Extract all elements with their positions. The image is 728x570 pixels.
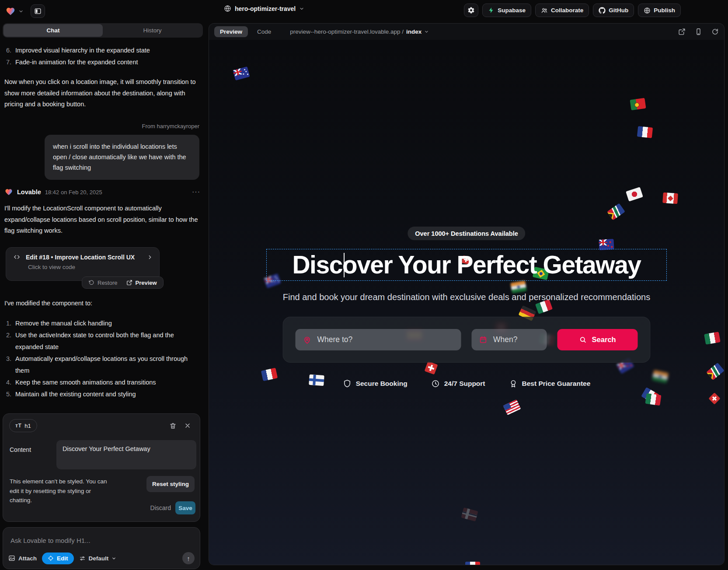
location-pin-icon	[303, 336, 312, 344]
sidebar-tabs: Chat History	[3, 23, 203, 38]
collaborate-button[interactable]: Collaborate	[535, 3, 589, 17]
more-options-icon[interactable]: ···	[192, 188, 200, 196]
typography-icon: тT	[15, 423, 21, 429]
discard-button[interactable]: Discard	[150, 504, 171, 511]
people-icon	[541, 7, 548, 14]
publish-globe-icon	[644, 7, 651, 14]
restore-preview-toolbar: Restore Preview	[82, 276, 164, 289]
assistant-list-top: 6.Improved visual hierarchy in the expan…	[4, 45, 202, 68]
feature-support: 24/7 Support	[431, 379, 485, 388]
award-icon	[509, 379, 518, 388]
refresh-button[interactable]	[711, 28, 719, 35]
open-in-new-tab-button[interactable]	[678, 28, 686, 35]
model-default-button[interactable]: Default	[79, 555, 117, 562]
calendar-icon	[479, 336, 488, 344]
features-row: Secure Booking 24/7 Support Best Price G…	[209, 379, 724, 388]
list-item: 7.Fade-in animation for the expanded con…	[4, 56, 202, 68]
restore-icon	[88, 280, 94, 286]
lovable-avatar	[4, 188, 13, 196]
topbar: hero-optimizer-travel Supabase Collabora…	[0, 0, 728, 23]
shield-icon	[343, 379, 352, 388]
hero-title[interactable]: Discover Your Perfect Getaway	[267, 249, 666, 280]
selected-h1-outline[interactable]: Discover Your Perfect Getaway	[266, 249, 667, 281]
editor-note: This element can't be styled. You can ed…	[10, 477, 109, 505]
supabase-icon	[488, 7, 495, 14]
edit-card[interactable]: Edit #18 • Improve Location Scroll UX Cl…	[6, 247, 160, 281]
assistant-paragraph: I'll modify the LocationScroll component…	[4, 203, 201, 237]
tab-preview[interactable]: Preview	[214, 26, 248, 37]
external-link-icon	[678, 28, 686, 35]
project-name: hero-optimizer-travel	[235, 5, 296, 12]
list-item: 4.Keep the same smooth animations and tr…	[4, 377, 202, 388]
supabase-button[interactable]: Supabase	[482, 3, 531, 17]
feature-secure-booking: Secure Booking	[343, 379, 408, 388]
tab-chat[interactable]: Chat	[3, 24, 103, 37]
chevron-right-icon	[147, 254, 153, 260]
reset-styling-button[interactable]: Reset styling	[146, 476, 195, 492]
clock-icon	[431, 379, 440, 388]
list-item: 6.Improved visual hierarchy in the expan…	[4, 45, 202, 56]
list-item: 1.Remove the manual click handling	[4, 318, 202, 329]
chat-sidebar: Chat History 6.Improved visual hierarchy…	[0, 23, 206, 570]
github-icon	[599, 7, 606, 14]
edit-card-subtitle: Click to view code	[28, 264, 159, 270]
message-author-label: From harrymckayroper	[142, 123, 199, 129]
publish-button[interactable]: Publish	[638, 3, 681, 17]
list-item: 2.Use the activeIndex state to control b…	[4, 329, 202, 353]
sidebar-toggle-button[interactable]	[31, 4, 45, 18]
hero-section: Over 1000+ Destinations Available Discov…	[209, 40, 724, 565]
save-button[interactable]: Save	[175, 501, 195, 514]
external-link-icon	[126, 280, 132, 286]
element-editor-panel: тT h1 Content Discover Your Perfect Geta…	[3, 413, 200, 522]
content-label: Content	[10, 446, 31, 453]
project-switcher[interactable]: hero-optimizer-travel	[224, 5, 304, 12]
crosshair-icon	[48, 555, 54, 561]
attach-button[interactable]: Attach	[8, 555, 37, 562]
sliders-icon	[79, 555, 86, 562]
send-button[interactable]: ↑	[182, 552, 195, 564]
when-input[interactable]: When?	[472, 329, 547, 350]
chat-input-box[interactable]: Ask Lovable to modify H1... Attach Edit …	[3, 527, 200, 569]
project-chevron-down-icon	[299, 6, 304, 11]
logo-chevron-down-icon[interactable]	[18, 9, 24, 14]
preview-header: Preview Code preview--hero-optimizer-tra…	[209, 24, 724, 40]
settings-button[interactable]	[464, 3, 478, 17]
lovable-logo-icon[interactable]	[5, 7, 16, 16]
search-icon	[579, 336, 587, 343]
list-item: 5.Maintain all the existing content and …	[4, 388, 202, 400]
delete-element-button[interactable]	[169, 421, 179, 430]
preview-url[interactable]: preview--hero-optimizer-travel.lovable.a…	[290, 28, 429, 35]
close-icon	[184, 422, 191, 429]
preview-button[interactable]: Preview	[122, 277, 161, 288]
edit-card-title: Edit #18 • Improve Location Scroll UX	[26, 254, 142, 261]
close-editor-button[interactable]	[184, 421, 194, 430]
phone-icon	[695, 28, 702, 35]
mobile-view-button[interactable]	[695, 28, 702, 35]
where-to-input[interactable]: Where to?	[296, 329, 461, 350]
restore-button[interactable]: Restore	[84, 277, 122, 288]
edit-mode-button[interactable]: Edit	[42, 553, 74, 564]
gear-icon	[467, 7, 475, 14]
assistant-header: Lovable 18:42 on Feb 20, 2025 ···	[4, 188, 200, 196]
refresh-icon	[711, 28, 719, 35]
chat-input-placeholder: Ask Lovable to modify H1...	[10, 537, 91, 544]
assistant-name: Lovable	[17, 189, 41, 196]
list-item: 3.Automatically expand/collapse location…	[4, 353, 202, 377]
text-caret	[344, 253, 345, 277]
chevron-down-icon	[111, 556, 116, 561]
user-message-bubble: when i scroll into the individual locati…	[45, 135, 199, 180]
assistant-paragraph: Now when you click on a location image, …	[4, 77, 201, 110]
hero-subtitle: Find and book your dream destination wit…	[209, 292, 724, 302]
element-tag-badge: тT h1	[9, 419, 37, 432]
message-timestamp: 18:42 on Feb 20, 2025	[45, 189, 102, 196]
tab-history[interactable]: History	[103, 24, 202, 37]
assistant-paragraph: I've modified the component to:	[4, 298, 201, 309]
code-icon	[13, 253, 21, 261]
image-icon	[8, 555, 15, 562]
github-button[interactable]: GitHub	[593, 3, 634, 17]
search-button[interactable]: Search	[557, 329, 638, 350]
content-textarea[interactable]: Discover Your Perfect Getaway	[56, 440, 196, 469]
assistant-list-bottom: 1.Remove the manual click handling 2.Use…	[4, 318, 202, 400]
feature-price-guarantee: Best Price Guarantee	[509, 379, 591, 388]
tab-code[interactable]: Code	[251, 26, 277, 37]
